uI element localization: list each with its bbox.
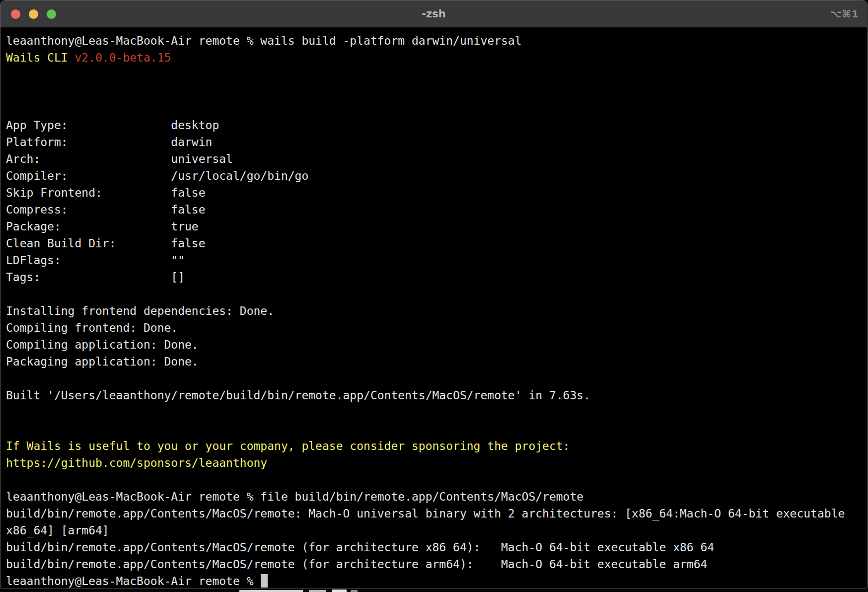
window-shortcut-hint: ⌥⌘1 [830, 0, 859, 27]
terminal-line: leaanthony@Leas-MacBook-Air remote % fil… [6, 488, 867, 505]
terminal-line: Installing frontend dependencies: Done. [6, 302, 867, 319]
background-window-fragment [332, 590, 347, 592]
terminal-line [6, 471, 867, 488]
terminal-line: Platform: darwin [6, 134, 867, 150]
terminal-line [6, 286, 867, 302]
terminal-window: -zsh ⌥⌘1 leaanthony@Leas-MacBook-Air rem… [0, 0, 868, 589]
terminal-line: https://github.com/sponsors/leaanthony [6, 454, 867, 471]
terminal-line: Compiling frontend: Done. [6, 319, 867, 336]
terminal-line: build/bin/remote.app/Contents/MacOS/remo… [6, 505, 867, 522]
terminal-line: Package: true [6, 218, 867, 235]
terminal-line: Skip Frontend: false [6, 184, 867, 201]
terminal-line: Compiling application: Done. [6, 336, 867, 353]
terminal-line: build/bin/remote.app/Contents/MacOS/remo… [6, 539, 867, 556]
window-title: -zsh [0, 0, 867, 27]
terminal-screen[interactable]: leaanthony@Leas-MacBook-Air remote % wai… [0, 28, 867, 589]
background-window-fragment [351, 590, 358, 592]
terminal-line [6, 421, 867, 438]
terminal-line: App Type: desktop [6, 117, 867, 134]
traffic-lights [11, 9, 56, 19]
terminal-line [6, 83, 867, 100]
background-window-sliver [0, 589, 868, 592]
terminal-line: x86_64] [arm64] [6, 522, 867, 539]
terminal-line: LDFlags: "" [6, 252, 867, 269]
terminal-line [6, 370, 867, 387]
terminal-line: leaanthony@Leas-MacBook-Air remote % wai… [6, 32, 867, 49]
close-button[interactable] [11, 9, 20, 19]
terminal-line: build/bin/remote.app/Contents/MacOS/remo… [6, 556, 867, 573]
zoom-button[interactable] [47, 9, 56, 19]
minimize-button[interactable] [29, 9, 38, 19]
terminal-line: If Wails is useful to you or your compan… [6, 438, 867, 454]
terminal-line: Tags: [] [6, 269, 867, 286]
window-titlebar[interactable]: -zsh ⌥⌘1 [0, 0, 867, 28]
background-window-fragment [239, 590, 303, 592]
terminal-line: Built '/Users/leaanthony/remote/build/bi… [6, 387, 867, 404]
background-window-fragment [309, 590, 326, 592]
terminal-line: Clean Build Dir: false [6, 235, 867, 252]
terminal-line: Compress: false [6, 201, 867, 218]
terminal-line: Packaging application: Done. [6, 353, 867, 370]
terminal-line [6, 66, 867, 83]
terminal-cursor [261, 574, 268, 588]
terminal-line [6, 100, 867, 117]
terminal-line: Compiler: /usr/local/go/bin/go [6, 167, 867, 184]
terminal-line [6, 404, 867, 421]
terminal-line: Wails CLI v2.0.0-beta.15 [6, 49, 867, 66]
terminal-line: leaanthony@Leas-MacBook-Air remote % [6, 573, 867, 589]
terminal-line: Arch: universal [6, 150, 867, 167]
